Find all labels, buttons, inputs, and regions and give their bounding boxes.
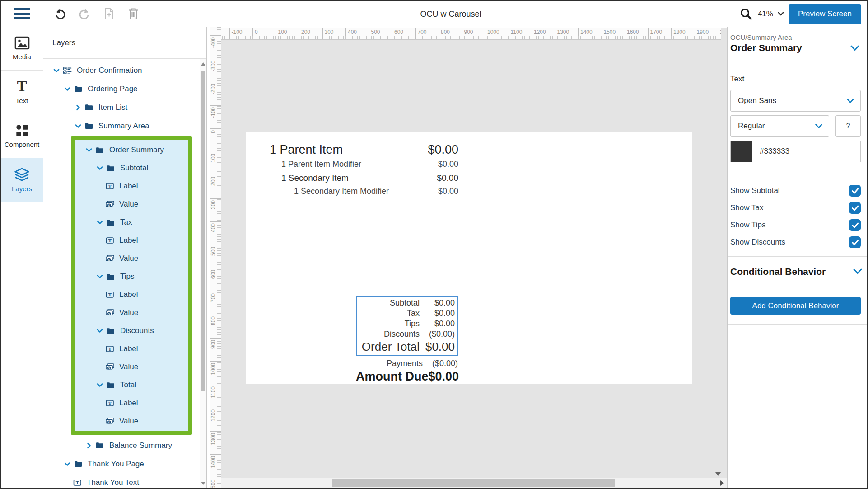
item-name: 1 Secondary Item xyxy=(281,173,437,183)
tree-row-label[interactable]: TLabel xyxy=(75,177,188,195)
tree-row-tips[interactable]: Tips xyxy=(75,268,188,286)
chevron-down-icon[interactable] xyxy=(73,121,83,131)
canvas-scroll-down-icon[interactable] xyxy=(715,472,721,476)
color-swatch[interactable] xyxy=(731,141,752,162)
tree-row-item-list[interactable]: Item List xyxy=(43,98,200,117)
tree-row-total[interactable]: Total xyxy=(75,376,188,394)
tree-row-subtotal[interactable]: Subtotal xyxy=(75,159,188,177)
horizontal-scrollbar-thumb[interactable] xyxy=(332,479,615,487)
tree-row-thank-you-page[interactable]: Thank You Page xyxy=(43,455,200,473)
tree-row-label[interactable]: TLabel xyxy=(75,231,188,249)
search-icon[interactable] xyxy=(738,6,754,22)
preview-screen-button[interactable]: Preview Screen xyxy=(789,4,861,24)
collapse-chevron-down-icon[interactable] xyxy=(853,268,863,277)
scroll-up-icon[interactable] xyxy=(201,62,205,66)
chevron-down-icon[interactable] xyxy=(95,326,105,336)
checkbox-checked[interactable] xyxy=(849,202,861,214)
tree-row-label[interactable]: TLabel xyxy=(75,286,188,304)
tree-row-value[interactable]: $Value xyxy=(75,195,188,213)
ruler-label: 1400 xyxy=(210,456,216,468)
rail-item-text[interactable]: TText xyxy=(1,71,43,114)
layers-scrollbar[interactable] xyxy=(200,59,206,488)
rail-item-layers[interactable]: Layers xyxy=(1,158,43,202)
receipt-item[interactable]: 1 Secondary Item$0.00 xyxy=(270,173,458,187)
conditional-behavior-header: Conditional Behavior xyxy=(728,257,867,287)
rail-item-component[interactable]: Component xyxy=(1,114,43,158)
new-page-button[interactable] xyxy=(101,6,117,22)
layers-panel: Layers Order ConfirmationOrdering PageIt… xyxy=(43,27,207,488)
redo-button[interactable] xyxy=(77,6,92,22)
font-family-select[interactable]: Open Sans xyxy=(730,90,861,112)
zoom-chevron-down-icon[interactable] xyxy=(777,11,784,16)
font-weight-select[interactable]: Regular xyxy=(730,115,829,137)
ruler-tick xyxy=(210,478,221,478)
chevron-down-icon[interactable] xyxy=(62,84,72,94)
text-color-input[interactable]: #333333 xyxy=(730,141,861,162)
rail-item-media[interactable]: Media xyxy=(1,27,43,71)
chevron-right-icon[interactable] xyxy=(73,103,83,113)
ruler-tick xyxy=(210,315,221,315)
inspector-header: OCU/Summary Area Order Summary xyxy=(728,27,867,66)
checkbox-checked[interactable] xyxy=(849,219,861,231)
tree-row-label[interactable]: TLabel xyxy=(75,394,188,412)
tree-row-summary-area[interactable]: Summary Area xyxy=(43,117,200,135)
toggle-row-show-tax: Show Tax xyxy=(730,199,861,216)
checkbox-checked[interactable] xyxy=(849,185,861,197)
order-total-row-value: $0.00 xyxy=(420,340,455,354)
chevron-down-icon[interactable] xyxy=(62,459,72,469)
layers-scrollbar-thumb[interactable] xyxy=(201,71,205,391)
tree-row-ordering-page[interactable]: Ordering Page xyxy=(43,80,200,98)
scroll-down-icon[interactable] xyxy=(201,482,205,485)
chevron-down-icon[interactable] xyxy=(95,163,105,173)
main-menu-button[interactable] xyxy=(1,1,43,27)
tree-row-value[interactable]: $Value xyxy=(75,412,188,430)
chevron-down-icon[interactable] xyxy=(95,380,105,390)
tree-row-value[interactable]: $Value xyxy=(75,304,188,322)
add-conditional-behavior-button[interactable]: Add Conditional Behavior xyxy=(730,297,861,315)
tree-row-value[interactable]: $Value xyxy=(75,249,188,268)
tree-row-label[interactable]: TLabel xyxy=(75,340,188,358)
undo-button[interactable] xyxy=(52,6,68,22)
chevron-down-icon[interactable] xyxy=(51,66,61,75)
value-icon: $ xyxy=(106,309,115,316)
ruler-label: -100 xyxy=(210,107,216,118)
chevron-down-icon[interactable] xyxy=(95,217,105,227)
receipt-item[interactable]: 1 Parent Item$0.00 xyxy=(270,143,458,160)
chevron-down-icon[interactable] xyxy=(84,145,94,155)
canvas-horizontal-scrollbar[interactable] xyxy=(221,478,727,488)
delete-button[interactable] xyxy=(126,6,141,22)
collapse-chevron-down-icon[interactable] xyxy=(850,45,860,53)
chevron-down-icon[interactable] xyxy=(95,272,105,282)
item-value: $0.00 xyxy=(437,173,458,183)
receipt-item[interactable]: 1 Secondary Item Modifier$0.00 xyxy=(270,187,458,200)
ruler-tick xyxy=(210,292,221,292)
ruler-label: 1200 xyxy=(210,409,216,422)
svg-text:T: T xyxy=(108,184,112,189)
ruler-label: 1100 xyxy=(509,28,523,39)
zoom-level[interactable]: 41% xyxy=(758,9,773,19)
ruler-tick xyxy=(210,82,221,82)
ruler-tick xyxy=(210,385,221,385)
vertical-ruler: -400-300-200-100010020030040050060070080… xyxy=(210,27,221,488)
label-icon: T xyxy=(106,291,115,298)
tree-row-balance-summary[interactable]: Balance Summary xyxy=(43,436,200,455)
tree-row-order-summary[interactable]: Order Summary xyxy=(75,141,188,159)
order-summary-selection[interactable]: Subtotal$0.00Tax$0.00Tips$0.00Discounts(… xyxy=(356,296,458,356)
tree-row-value[interactable]: $Value xyxy=(75,358,188,376)
tree-row-thank-you-text[interactable]: TThank You Text xyxy=(43,473,200,488)
font-help-button[interactable]: ? xyxy=(835,115,861,137)
canvas[interactable]: -400-300-200-100010020030040050060070080… xyxy=(206,27,727,488)
receipt-item[interactable]: 1 Parent Item Modifier$0.00 xyxy=(270,160,458,173)
svg-text:T: T xyxy=(108,401,112,406)
layer-label: Order Confirmation xyxy=(77,66,142,75)
tree-row-order-confirmation[interactable]: Order Confirmation xyxy=(43,61,200,80)
chevron-right-icon[interactable] xyxy=(84,441,94,451)
canvas-scroll-right-icon[interactable] xyxy=(720,480,724,486)
amount-due-row-value: $0.00 xyxy=(428,370,459,384)
value-icon: $ xyxy=(106,255,115,262)
tree-row-tax[interactable]: Tax xyxy=(75,213,188,231)
layer-label: Total xyxy=(120,381,136,390)
design-page[interactable]: 1 Parent Item$0.001 Parent Item Modifier… xyxy=(246,132,692,384)
checkbox-checked[interactable] xyxy=(849,236,861,248)
tree-row-discounts[interactable]: Discounts xyxy=(75,322,188,340)
